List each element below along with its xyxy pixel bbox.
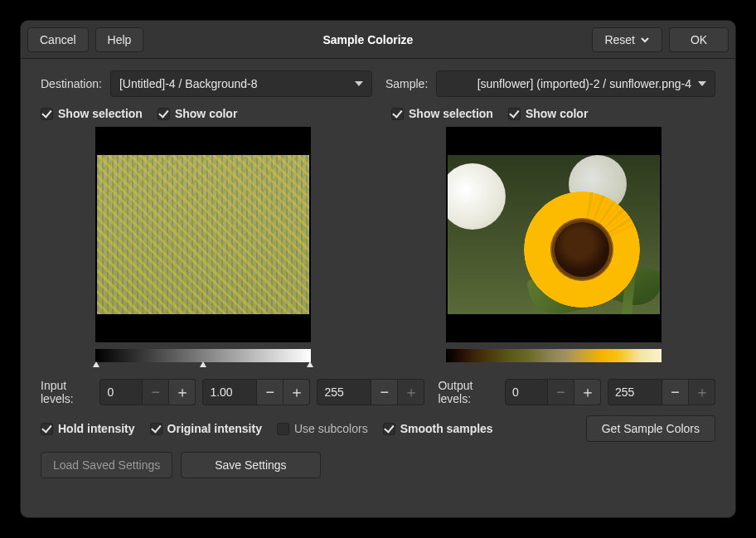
input-level-sliders[interactable] [95, 362, 311, 369]
dialog-title: Sample Colorize [150, 33, 585, 46]
dropdown-icon [355, 81, 363, 86]
checkbox-label: Hold intensity [58, 422, 135, 435]
destination-gradient-strip[interactable] [95, 349, 311, 362]
original-intensity-checkbox[interactable]: Original intensity [150, 422, 262, 435]
cancel-button[interactable]: Cancel [27, 27, 89, 52]
input-low-spinner: − ＋ [99, 379, 196, 405]
reset-button-label: Reset [604, 33, 635, 46]
settings-row: Load Saved Settings Save Settings [41, 452, 715, 478]
destination-pane: Show selection Show color [41, 107, 365, 369]
checkbox-label: Show selection [58, 107, 143, 120]
checkbox-icon [150, 423, 162, 435]
reset-button[interactable]: Reset [592, 27, 662, 52]
checkbox-icon [158, 108, 170, 120]
checkbox-label: Show selection [409, 107, 493, 120]
input-gamma-field[interactable] [202, 379, 257, 405]
sample-select-value: [sunflower] (imported)-2 / sunflower.png… [477, 77, 691, 90]
source-row: Destination: [Untitled]-4 / Background-8… [41, 70, 715, 97]
plus-button[interactable]: ＋ [169, 379, 196, 405]
input-levels-label: Input levels: [41, 379, 93, 405]
checkbox-icon [277, 423, 289, 435]
load-saved-settings-button[interactable]: Load Saved Settings [41, 452, 172, 478]
dest-show-selection-checkbox[interactable]: Show selection [41, 107, 143, 120]
checkbox-label: Original intensity [167, 422, 262, 435]
use-subcolors-checkbox[interactable]: Use subcolors [277, 422, 368, 435]
sample-color-strip[interactable] [446, 349, 662, 362]
input-gamma-spinner: − ＋ [202, 379, 310, 405]
dialog-content: Destination: [Untitled]-4 / Background-8… [21, 59, 735, 517]
minus-button[interactable]: − [257, 379, 284, 405]
levels-row: Input levels: − ＋ − ＋ − ＋ Output levels:… [41, 379, 715, 405]
preview-row: Show selection Show color [41, 107, 715, 369]
ok-button[interactable]: OK [669, 27, 729, 52]
options-row: Hold intensity Original intensity Use su… [41, 415, 715, 442]
output-high-spinner: − ＋ [608, 379, 715, 405]
sample-show-selection-checkbox[interactable]: Show selection [391, 107, 493, 120]
plus-button[interactable]: ＋ [689, 379, 715, 405]
checkbox-label: Use subcolors [294, 422, 368, 435]
checkbox-icon [391, 108, 404, 120]
save-settings-button[interactable]: Save Settings [181, 452, 320, 478]
minus-button[interactable]: − [548, 379, 574, 405]
checkbox-icon [41, 108, 53, 120]
dropdown-icon [698, 81, 706, 86]
sample-select[interactable]: [sunflower] (imported)-2 / sunflower.png… [436, 70, 715, 97]
dialog-window: Cancel Help Sample Colorize Reset OK Des… [20, 20, 736, 518]
get-sample-colors-button[interactable]: Get Sample Colors [586, 415, 715, 442]
chevron-down-icon [640, 35, 650, 45]
titlebar: Cancel Help Sample Colorize Reset OK [21, 21, 735, 59]
checkbox-label: Show color [175, 107, 237, 120]
plus-button[interactable]: ＋ [574, 379, 601, 405]
checkbox-label: Show color [526, 107, 588, 120]
sample-image [448, 155, 660, 314]
slider-gamma-handle[interactable] [200, 361, 206, 367]
sample-label: Sample: [385, 77, 428, 90]
minus-button[interactable]: − [662, 379, 689, 405]
output-levels-label: Output levels: [438, 379, 498, 405]
sample-pane: Show selection Show color [391, 107, 715, 369]
help-button[interactable]: Help [95, 27, 144, 52]
checkbox-icon [41, 423, 53, 435]
destination-select[interactable]: [Untitled]-4 / Background-8 [110, 70, 372, 97]
input-high-spinner: − ＋ [317, 379, 424, 405]
dest-show-color-checkbox[interactable]: Show color [158, 107, 237, 120]
input-high-field[interactable] [317, 379, 371, 405]
output-low-field[interactable] [505, 379, 548, 405]
checkbox-icon [508, 108, 521, 120]
destination-label: Destination: [41, 77, 102, 90]
checkbox-label: Smooth samples [400, 422, 493, 435]
sample-preview[interactable] [446, 127, 662, 342]
minus-button[interactable]: − [143, 379, 169, 405]
plus-button[interactable]: ＋ [284, 379, 310, 405]
destination-preview[interactable] [95, 127, 311, 342]
slider-high-handle[interactable] [307, 361, 313, 367]
sample-show-color-checkbox[interactable]: Show color [508, 107, 588, 120]
destination-select-value: [Untitled]-4 / Background-8 [119, 77, 258, 90]
slider-low-handle[interactable] [93, 361, 99, 367]
input-low-field[interactable] [99, 379, 143, 405]
hold-intensity-checkbox[interactable]: Hold intensity [41, 422, 135, 435]
destination-image [97, 155, 309, 314]
minus-button[interactable]: − [371, 379, 398, 405]
output-low-spinner: − ＋ [505, 379, 601, 405]
plus-button[interactable]: ＋ [398, 379, 424, 405]
checkbox-icon [383, 423, 395, 435]
output-high-field[interactable] [608, 379, 662, 405]
smooth-samples-checkbox[interactable]: Smooth samples [383, 422, 493, 435]
